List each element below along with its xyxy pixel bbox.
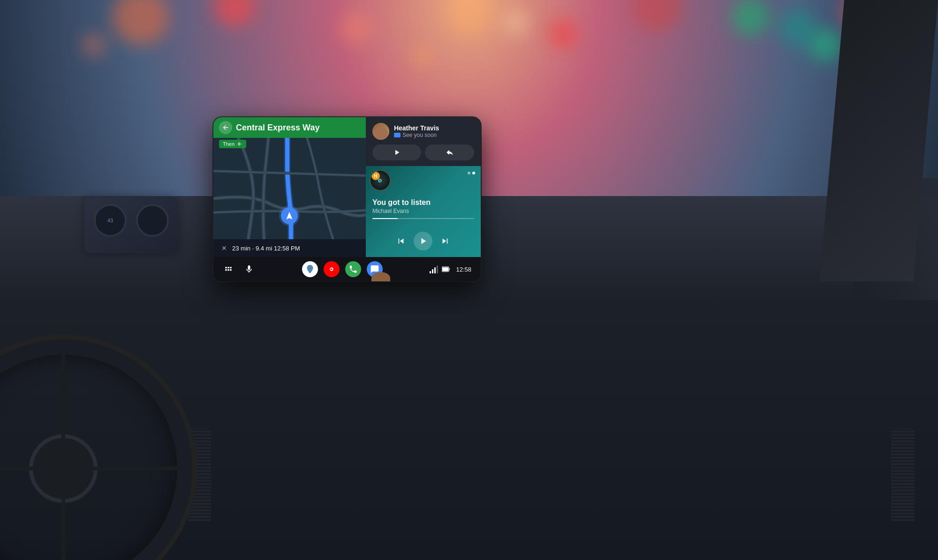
previous-button[interactable] [396, 236, 406, 246]
eta-time: 12:58 PM [274, 245, 300, 252]
signal-bar-3 [434, 267, 436, 273]
next-button[interactable] [440, 236, 450, 246]
background-scene: 43 [0, 0, 938, 560]
music-controls [372, 232, 474, 250]
notification-actions [372, 144, 474, 160]
svg-point-12 [779, 9, 816, 47]
apps-grid-icon[interactable] [223, 264, 234, 275]
android-auto-screen: Central Express Way Then [213, 117, 481, 281]
svg-point-5 [631, 0, 682, 31]
eta-minutes: 23 min [232, 245, 250, 252]
close-icon[interactable]: ✕ [220, 244, 228, 252]
dot-1 [468, 172, 470, 174]
svg-point-11 [503, 9, 529, 36]
street-name: Central Express Way [236, 123, 360, 133]
sender-name: Heather Travis [394, 124, 474, 132]
progress-bar [372, 218, 474, 219]
notification-text: Heather Travis See you soon [394, 124, 474, 138]
map-background [213, 117, 366, 257]
battery-icon [442, 266, 450, 272]
status-time: 12:58 [456, 266, 471, 273]
map-svg [213, 117, 366, 257]
signal-indicator [430, 265, 438, 273]
location-dot [281, 207, 298, 224]
play-button[interactable] [372, 144, 422, 160]
bottom-bar: 12:58 [213, 257, 481, 281]
svg-point-15 [309, 267, 311, 269]
svg-point-7 [809, 29, 842, 61]
contact-avatar [372, 123, 389, 140]
svg-rect-19 [449, 268, 450, 271]
song-title: You got to listen [372, 198, 474, 207]
dot-2 [472, 172, 475, 174]
music-info: You got to listen Michael Evans [372, 198, 474, 219]
svg-rect-20 [443, 267, 449, 271]
screen-main: Central Express Way Then [213, 117, 481, 257]
album-art: H [370, 170, 391, 191]
music-card: H You got to listen Michael Evans [366, 166, 481, 257]
nav-then: Then [219, 140, 246, 148]
artist-name: Michael Evans [372, 208, 474, 214]
play-pause-button[interactable] [414, 232, 432, 250]
eta-separator: · [252, 245, 256, 252]
eta-distance: 9.4 mi [256, 245, 272, 252]
phone-app-icon[interactable] [345, 261, 361, 277]
location-marker [281, 207, 298, 224]
maps-app-icon[interactable] [302, 261, 318, 277]
notification-message: See you soon [394, 132, 474, 138]
then-label: Then [223, 141, 234, 147]
eta-text: 23 min · 9.4 mi 12:58 PM [232, 245, 300, 252]
bottom-bar-right: 12:58 [430, 265, 471, 273]
microphone-icon[interactable] [243, 264, 255, 275]
svg-point-0 [113, 0, 169, 45]
maps-panel[interactable]: Central Express Way Then [213, 117, 366, 257]
message-app-icon [394, 133, 401, 137]
nav-header: Central Express Way [213, 117, 366, 138]
svg-point-2 [340, 12, 373, 45]
svg-point-1 [213, 0, 256, 27]
message-text: See you soon [402, 132, 437, 138]
speaker-grille-right [891, 429, 915, 522]
notification-card: Heather Travis See you soon [366, 117, 481, 166]
svg-point-9 [82, 33, 106, 57]
bottom-bar-center [302, 261, 383, 277]
right-panel: Heather Travis See you soon [366, 117, 481, 257]
signal-bar-1 [430, 271, 431, 273]
svg-point-3 [446, 0, 492, 35]
signal-bar-2 [432, 269, 433, 273]
svg-point-10 [413, 47, 431, 66]
bottom-bar-left [223, 264, 255, 275]
svg-point-6 [732, 0, 769, 36]
turn-arrow-icon [219, 121, 232, 134]
reply-button[interactable] [425, 144, 474, 160]
svg-point-4 [549, 20, 577, 48]
progress-fill [372, 218, 398, 219]
eta-bar[interactable]: ✕ 23 min · 9.4 mi 12:58 PM [213, 239, 366, 257]
music-page-dots [468, 172, 475, 174]
notification-header: Heather Travis See you soon [372, 123, 474, 140]
youtube-music-icon[interactable] [324, 261, 340, 277]
instrument-cluster: 43 [84, 197, 178, 253]
signal-bar-4 [437, 265, 438, 273]
